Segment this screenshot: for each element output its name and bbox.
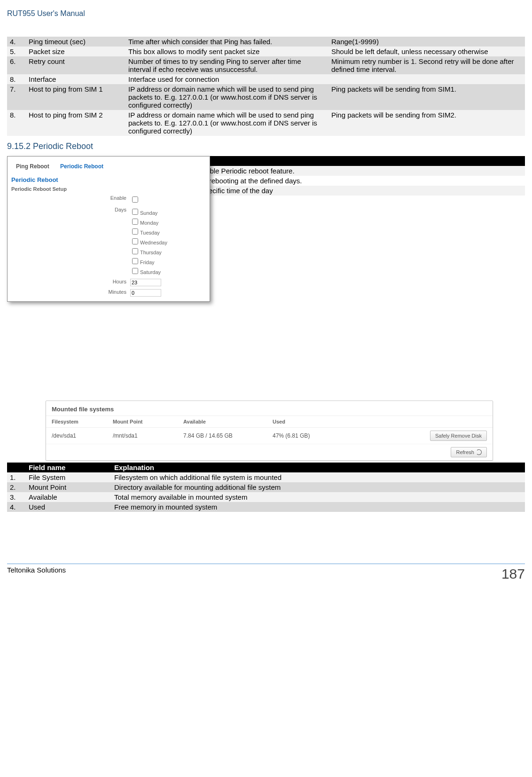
cell: 6. xyxy=(7,56,26,74)
tab-periodic-reboot[interactable]: Periodic Reboot xyxy=(55,160,108,173)
label-enable: Enable xyxy=(11,195,130,201)
cell: Retry count xyxy=(26,56,125,74)
day-option[interactable]: Thursday xyxy=(130,246,167,256)
cell: IP address or domain name which will be … xyxy=(125,110,329,136)
cell: 8. xyxy=(7,74,26,84)
mr-mountpoint: /mnt/sda1 xyxy=(113,432,183,439)
table-row: 5.Packet sizeThis box allows to modify s… xyxy=(7,47,525,56)
cell: 2. xyxy=(7,482,26,492)
cell xyxy=(329,74,525,84)
mh-mountpoint: Mount Point xyxy=(113,419,183,424)
cell: Interface used for connection xyxy=(125,74,329,84)
t3-h1 xyxy=(7,463,26,472)
t3-h2: Field name xyxy=(26,463,111,472)
label-hours: Hours xyxy=(11,279,130,284)
day-checkbox[interactable] xyxy=(132,228,138,235)
cell: 1. xyxy=(7,472,26,482)
table-row: 1.File SystemFilesystem on which additio… xyxy=(7,472,525,482)
day-checkbox[interactable] xyxy=(132,248,138,254)
mr-filesystem: /dev/sda1 xyxy=(52,432,113,439)
day-checkbox[interactable] xyxy=(132,268,138,274)
table-row: 2.Mount PointDirectory available for mou… xyxy=(7,482,525,492)
cell: 5. xyxy=(7,47,26,56)
tab-ping-reboot[interactable]: Ping Reboot xyxy=(11,160,54,173)
enable-checkbox[interactable] xyxy=(132,196,138,203)
cell: Available xyxy=(26,492,111,502)
safely-remove-button[interactable]: Safely Remove Disk xyxy=(430,431,487,441)
page-footer: Teltonika Solutions 187 xyxy=(7,564,525,582)
mounted-title: Mounted file systems xyxy=(46,401,493,416)
table-row: 7.Host to ping from SIM 1IP address or d… xyxy=(7,84,525,110)
cell: Ping timeout (sec) xyxy=(26,37,125,47)
cell: Range(1-9999) xyxy=(329,37,525,47)
refresh-label: Refresh xyxy=(456,449,474,455)
cell: 3. xyxy=(7,492,26,502)
cell: Used xyxy=(26,502,111,512)
day-option[interactable]: Tuesday xyxy=(130,227,167,236)
mounted-fields-table: Field name Explanation 1.File SystemFile… xyxy=(7,463,525,512)
day-option[interactable]: Wednesday xyxy=(130,236,167,246)
cell: Free memory in mounted system xyxy=(111,502,525,512)
cell: 8. xyxy=(7,110,26,136)
cell: IP address or domain name which will be … xyxy=(125,84,329,110)
day-option[interactable]: Sunday xyxy=(130,207,167,217)
mh-filesystem: Filesystem xyxy=(52,419,113,424)
cell: 4. xyxy=(7,502,26,512)
cell: Directory available for mounting additio… xyxy=(111,482,525,492)
refresh-button[interactable]: Refresh xyxy=(451,447,487,457)
mh-used: Used xyxy=(273,419,357,424)
page-number: 187 xyxy=(501,566,525,582)
doc-header: RUT955 User's Manual xyxy=(7,9,525,18)
mh-available: Available xyxy=(183,419,273,424)
cell: Filesystem on which additional file syst… xyxy=(111,472,525,482)
section-9-15-2-heading: 9.15.2 Periodic Reboot xyxy=(7,141,525,151)
cell: Interface xyxy=(26,74,125,84)
day-option[interactable]: Saturday xyxy=(130,266,167,276)
label-days: Days xyxy=(11,207,130,212)
day-checkbox[interactable] xyxy=(132,209,138,215)
cell: This box allows to modify sent packet si… xyxy=(125,47,329,56)
cell: Should be left default, unless necessary… xyxy=(329,47,525,56)
cell: Host to ping from SIM 1 xyxy=(26,84,125,110)
table-row: 8.Host to ping from SIM 2IP address or d… xyxy=(7,110,525,136)
table-row: 4.UsedFree memory in mounted system xyxy=(7,502,525,512)
table-row: 3.AvailableTotal memory available in mou… xyxy=(7,492,525,502)
minutes-input[interactable] xyxy=(130,289,161,297)
cell: 4. xyxy=(7,37,26,47)
day-checkbox[interactable] xyxy=(132,238,138,244)
table-row: 4.Ping timeout (sec)Time after which con… xyxy=(7,37,525,47)
cell: Time after which consider that Ping has … xyxy=(125,37,329,47)
dialog-subtitle: Periodic Reboot Setup xyxy=(8,184,210,194)
t3-h3: Explanation xyxy=(111,463,525,472)
table-row: 8.InterfaceInterface used for connection xyxy=(7,74,525,84)
cell: Total memory available in mounted system xyxy=(111,492,525,502)
cell: Ping packets will be sending from SIM1. xyxy=(329,84,525,110)
cell: File System xyxy=(26,472,111,482)
mr-available: 7.84 GB / 14.65 GB xyxy=(183,432,273,439)
mounted-file-systems-panel: Mounted file systems Filesystem Mount Po… xyxy=(46,400,493,461)
refresh-icon xyxy=(476,449,482,455)
cell: Minimum retry number is 1. Second retry … xyxy=(329,56,525,74)
day-checkbox[interactable] xyxy=(132,258,138,264)
cell: Host to ping from SIM 2 xyxy=(26,110,125,136)
label-minutes: Minutes xyxy=(11,289,130,295)
cell: Mount Point xyxy=(26,482,111,492)
params-table-1: 4.Ping timeout (sec)Time after which con… xyxy=(7,37,525,136)
cell: 7. xyxy=(7,84,26,110)
table-row: 6.Retry countNumber of times to try send… xyxy=(7,56,525,74)
dialog-title: Periodic Reboot xyxy=(8,173,210,184)
hours-input[interactable] xyxy=(130,279,161,286)
cell: Packet size xyxy=(26,47,125,56)
periodic-reboot-dialog: Ping Reboot Periodic Reboot Periodic Reb… xyxy=(7,156,210,302)
mr-used: 47% (6.81 GB) xyxy=(273,432,357,439)
day-checkbox[interactable] xyxy=(132,219,138,225)
day-option[interactable]: Friday xyxy=(130,256,167,266)
day-option[interactable]: Monday xyxy=(130,217,167,227)
cell: Ping packets will be sending from SIM2. xyxy=(329,110,525,136)
footer-left: Teltonika Solutions xyxy=(7,566,66,582)
cell: Number of times to try sending Ping to s… xyxy=(125,56,329,74)
